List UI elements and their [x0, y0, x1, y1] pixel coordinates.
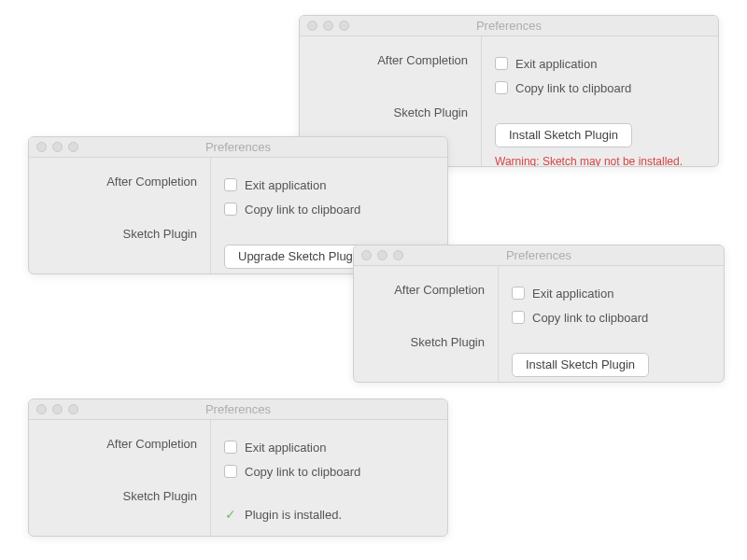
copy-link-row: Copy link to clipboard	[495, 77, 718, 98]
exit-application-checkbox[interactable]	[224, 178, 237, 191]
install-sketch-plugin-button[interactable]: Install Sketch Plugin	[512, 353, 649, 377]
copy-link-checkbox[interactable]	[495, 81, 508, 94]
labels-column: After Completion Sketch Plugin	[354, 266, 499, 383]
close-icon[interactable]	[361, 250, 372, 260]
exit-application-label: Exit application	[532, 287, 613, 301]
minimize-icon[interactable]	[377, 250, 388, 260]
controls-column: Exit application Copy link to clipboard …	[211, 420, 447, 537]
window-titlebar[interactable]: Preferences	[354, 245, 724, 266]
zoom-icon[interactable]	[339, 21, 349, 31]
window-title: Preferences	[354, 248, 724, 262]
label-sketch-plugin: Sketch Plugin	[354, 326, 498, 369]
copy-link-row: Copy link to clipboard	[512, 307, 724, 328]
window-titlebar[interactable]: Preferences	[300, 16, 718, 36]
copy-link-checkbox[interactable]	[224, 465, 237, 478]
copy-link-row: Copy link to clipboard	[224, 461, 447, 482]
close-icon[interactable]	[36, 142, 47, 152]
window-titlebar[interactable]: Preferences	[29, 137, 447, 158]
sketch-warning-text: Warning: Sketch may not be installed.	[495, 155, 718, 167]
label-after-completion: After Completion	[29, 175, 210, 217]
window-title: Preferences	[29, 140, 447, 154]
labels-column: After Completion Sketch Plugin	[29, 158, 211, 274]
label-sketch-plugin: Sketch Plugin	[300, 96, 481, 139]
labels-column: After Completion Sketch Plugin	[29, 420, 211, 537]
label-after-completion: After Completion	[29, 437, 210, 480]
exit-application-checkbox[interactable]	[512, 287, 525, 300]
preferences-window-installed: Preferences After Completion Sketch Plug…	[28, 399, 448, 537]
exit-application-label: Exit application	[245, 178, 326, 192]
label-after-completion: After Completion	[300, 53, 481, 96]
close-icon[interactable]	[36, 404, 47, 414]
exit-application-row: Exit application	[224, 437, 447, 457]
install-sketch-plugin-button[interactable]: Install Sketch Plugin	[495, 123, 632, 147]
controls-column: Exit application Copy link to clipboard …	[499, 266, 724, 383]
exit-application-row: Exit application	[495, 53, 718, 74]
exit-application-row: Exit application	[512, 283, 724, 303]
minimize-icon[interactable]	[52, 404, 63, 414]
exit-application-label: Exit application	[245, 441, 326, 455]
traffic-lights	[300, 21, 349, 31]
exit-application-checkbox[interactable]	[224, 441, 237, 454]
traffic-lights	[354, 250, 403, 260]
close-icon[interactable]	[307, 21, 317, 31]
copy-link-checkbox[interactable]	[224, 203, 237, 216]
label-sketch-plugin: Sketch Plugin	[29, 480, 210, 523]
exit-application-label: Exit application	[515, 57, 597, 71]
zoom-icon[interactable]	[393, 250, 403, 260]
window-titlebar[interactable]: Preferences	[29, 399, 447, 420]
copy-link-checkbox[interactable]	[512, 311, 525, 324]
window-content: After Completion Sketch Plugin Exit appl…	[29, 420, 447, 537]
checkmark-icon: ✓	[224, 507, 237, 522]
copy-link-label: Copy link to clipboard	[515, 81, 631, 95]
zoom-icon[interactable]	[68, 404, 78, 414]
label-sketch-plugin: Sketch Plugin	[29, 217, 210, 260]
traffic-lights	[29, 142, 78, 152]
controls-column: Exit application Copy link to clipboard …	[482, 36, 718, 167]
exit-application-checkbox[interactable]	[495, 57, 508, 70]
copy-link-label: Copy link to clipboard	[245, 465, 360, 479]
window-content: After Completion Sketch Plugin Exit appl…	[354, 266, 724, 383]
exit-application-row: Exit application	[224, 175, 447, 195]
label-after-completion: After Completion	[354, 283, 498, 326]
traffic-lights	[29, 404, 78, 414]
copy-link-label: Copy link to clipboard	[532, 311, 648, 325]
zoom-icon[interactable]	[68, 142, 78, 152]
minimize-icon[interactable]	[52, 142, 63, 152]
window-title: Preferences	[29, 402, 447, 416]
plugin-installed-text: Plugin is installed.	[245, 508, 342, 522]
plugin-installed-row: ✓ Plugin is installed.	[224, 507, 447, 522]
preferences-window-install: Preferences After Completion Sketch Plug…	[353, 245, 725, 383]
window-title: Preferences	[300, 19, 718, 33]
copy-link-row: Copy link to clipboard	[224, 199, 447, 219]
copy-link-label: Copy link to clipboard	[245, 203, 360, 217]
minimize-icon[interactable]	[323, 21, 333, 31]
